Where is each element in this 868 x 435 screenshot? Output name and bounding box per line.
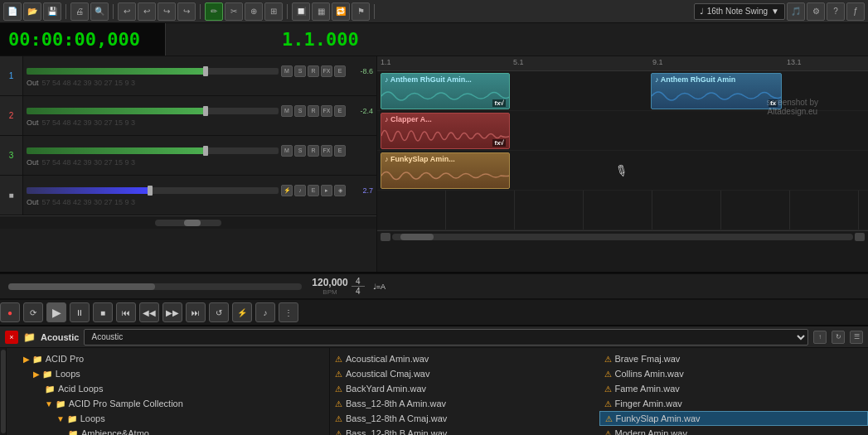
redo2-button[interactable]: ↪ <box>177 2 196 21</box>
fx-button-1[interactable]: FX <box>321 65 332 77</box>
file-item-7[interactable]: ⚠ Finger Amin.wav <box>599 396 869 411</box>
tree-item-ambience[interactable]: 📁 Ambience&Atmo <box>7 426 329 435</box>
prev-button[interactable]: ◀◀ <box>139 302 159 322</box>
fx-button-2[interactable]: FX <box>321 105 332 117</box>
midi-icon-1[interactable]: ⚡ <box>281 185 293 196</box>
clip-anthem-2[interactable]: ♪ Anthem RhGuit Amin fx <box>651 73 782 109</box>
options-button[interactable]: ⋮ <box>279 302 298 322</box>
midi-icon-3[interactable]: E <box>308 185 319 196</box>
file-item-6[interactable]: ⚠ Bass_12-8th A Amin.wav <box>330 396 599 411</box>
arm-button-1[interactable]: R <box>308 65 319 77</box>
fader-2[interactable] <box>27 108 279 114</box>
print-button[interactable]: 🖨 <box>70 2 89 21</box>
bpm-display: 120,000 BPM <box>312 277 347 296</box>
file-icon-10: ⚠ <box>335 429 342 436</box>
record-button[interactable]: ● <box>0 302 20 322</box>
tree-label-acid-pro-sample: ACID Pro Sample Collection <box>69 399 183 408</box>
transport-bar: 00:00:00,000 1.1.000 <box>0 23 868 56</box>
time-sig-top: 4 <box>356 277 361 286</box>
loop-mode-button[interactable]: ↺ <box>209 302 229 322</box>
fx-button-3[interactable]: FX <box>321 145 332 157</box>
browser-action-1[interactable]: ↑ <box>813 331 827 344</box>
midi-icon-5[interactable]: ◈ <box>334 185 346 196</box>
redo-button[interactable]: ↪ <box>158 2 176 21</box>
file-item-11[interactable]: ⚠ Modern Amin.wav <box>599 426 869 435</box>
fader-3[interactable] <box>27 147 279 154</box>
grid-button[interactable]: ▦ <box>312 2 330 21</box>
select-button[interactable]: ⊕ <box>245 2 263 21</box>
clip-funkyslap[interactable]: ♪ FunkySlap Amin... <box>381 152 510 189</box>
file-name-1: Brave Fmaj.wav <box>615 354 681 364</box>
properties-button[interactable]: 🔍 <box>90 2 109 21</box>
swing-selector[interactable]: ♩ 16th Note Swing ▼ <box>694 3 785 20</box>
stop-button[interactable]: ■ <box>93 302 113 322</box>
bpm-label: BPM <box>322 288 337 296</box>
fader-midi[interactable] <box>27 187 279 194</box>
file-item-8[interactable]: ⚠ Bass_12-8th A Cmaj.wav <box>330 411 599 426</box>
file-item-3[interactable]: ⚠ Collins Amin.wav <box>599 366 869 381</box>
erase-button[interactable]: ✂ <box>225 2 243 21</box>
tree-item-acid-loops[interactable]: 📁 Acid Loops <box>7 381 329 396</box>
file-icon-0: ⚠ <box>335 355 342 364</box>
file-item-9[interactable]: ⚠ FunkySlap Amin.wav <box>599 411 869 426</box>
browser-action-3[interactable]: ☰ <box>850 331 863 344</box>
zoom-button[interactable]: ⊞ <box>264 2 283 21</box>
browser-action-2[interactable]: ↻ <box>832 331 845 344</box>
clip-anthem-1[interactable]: ♪ Anthem RhGuit Amin... fx√ <box>381 73 510 109</box>
bpm-fader[interactable] <box>8 283 302 290</box>
env-button-2[interactable]: E <box>334 105 346 117</box>
script-button[interactable]: ƒ <box>846 2 865 21</box>
goto-end-button[interactable]: ⏭ <box>186 302 206 322</box>
play-button[interactable]: ▶ <box>46 302 66 322</box>
timeline-scrollbar[interactable] <box>377 230 868 242</box>
midi-icon-4[interactable]: ▸ <box>321 185 332 196</box>
marker-button[interactable]: ⚑ <box>352 2 370 21</box>
draw-button[interactable]: ✏ <box>205 2 223 21</box>
arm-button-2[interactable]: R <box>308 105 319 117</box>
browser-left-scrollbar[interactable] <box>0 348 7 435</box>
mute-button-2[interactable]: M <box>281 105 293 117</box>
track-scrollbar[interactable] <box>0 215 376 229</box>
arm-button-3[interactable]: R <box>308 145 319 157</box>
pause-button[interactable]: ⏸ <box>70 302 90 322</box>
file-item-10[interactable]: ⚠ Bass_12-8th B Amin.wav <box>330 426 599 435</box>
env-button-3[interactable]: E <box>334 145 346 157</box>
browser-close-button[interactable]: × <box>5 331 18 344</box>
undo2-button[interactable]: ↩ <box>138 2 156 21</box>
waveform-2 <box>381 123 510 148</box>
snap-button[interactable]: 🔲 <box>292 2 310 21</box>
tree-item-acid-pro[interactable]: ▶ 📁 ACID Pro <box>7 351 329 366</box>
time-signature: 4 4 <box>352 277 365 296</box>
midi-button[interactable]: ♪ <box>255 302 275 322</box>
sync-button[interactable]: ⚡ <box>232 302 252 322</box>
new-button[interactable]: 📄 <box>3 2 22 21</box>
mute-button-3[interactable]: M <box>281 145 293 157</box>
file-item-4[interactable]: ⚠ BackYard Amin.wav <box>330 381 599 396</box>
solo-button-1[interactable]: S <box>294 65 306 77</box>
tree-item-acid-pro-sample[interactable]: ▼ 📁 ACID Pro Sample Collection <box>7 396 329 411</box>
metronome-button[interactable]: 🎵 <box>787 2 805 21</box>
undo-button[interactable]: ↩ <box>118 2 136 21</box>
loop-button[interactable]: ⟳ <box>23 302 43 322</box>
save-button[interactable]: 💾 <box>43 2 61 21</box>
file-item-0[interactable]: ⚠ Acoustical Amin.wav <box>330 351 599 366</box>
env-button-1[interactable]: E <box>334 65 346 77</box>
tree-item-loops-sub[interactable]: ▼ 📁 Loops <box>7 411 329 426</box>
file-item-5[interactable]: ⚠ Fame Amin.wav <box>599 381 869 396</box>
clip-clapper[interactable]: ♪ Clapper A... fx√ <box>381 113 510 149</box>
goto-start-button[interactable]: ⏮ <box>116 302 136 322</box>
next-button[interactable]: ▶▶ <box>162 302 182 322</box>
midi-icon-2[interactable]: ♪ <box>294 185 306 196</box>
solo-button-3[interactable]: S <box>294 145 306 157</box>
file-item-1[interactable]: ⚠ Brave Fmaj.wav <box>599 351 869 366</box>
tree-item-loops[interactable]: ▶ 📁 Loops <box>7 366 329 381</box>
open-button[interactable]: 📂 <box>23 2 41 21</box>
loop-btn[interactable]: 🔁 <box>332 2 350 21</box>
file-item-2[interactable]: ⚠ Acoustical Cmaj.wav <box>330 366 599 381</box>
fader-1[interactable] <box>27 68 279 75</box>
settings-button[interactable]: ⚙ <box>807 2 825 21</box>
browser-location-dropdown[interactable]: Acoustic <box>84 329 808 346</box>
solo-button-2[interactable]: S <box>294 105 306 117</box>
help-button[interactable]: ? <box>827 2 845 21</box>
mute-button-1[interactable]: M <box>281 65 293 77</box>
